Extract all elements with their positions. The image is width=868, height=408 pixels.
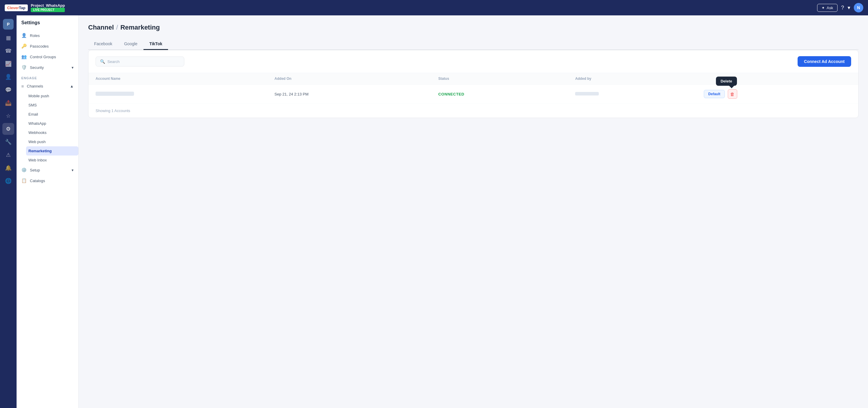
blurred-account-name: [96, 92, 134, 96]
col-added-by: Added by: [568, 73, 697, 84]
main-content: Channel / Remarketing Facebook Google Ti…: [79, 15, 868, 408]
search-input[interactable]: [107, 60, 180, 64]
delete-button[interactable]: Delete 🗑: [728, 89, 737, 99]
rail-tools-icon[interactable]: 🔧: [2, 136, 14, 148]
avatar[interactable]: N: [854, 3, 863, 12]
connect-ad-account-button[interactable]: Connect Ad Account: [798, 56, 851, 67]
sidebar: Settings 👤 Roles 🔑 Passcodes 👥 Control G…: [17, 15, 79, 408]
sidebar-item-setup[interactable]: ⚙️ Setup ▾: [17, 165, 79, 175]
logo-area: CleverTap Project_WhatsApp LIVE PROJECT: [5, 3, 65, 12]
rail-analytics-icon[interactable]: 📈: [2, 58, 14, 70]
rail-project-btn[interactable]: P: [3, 19, 13, 30]
blurred-added-by: [575, 92, 599, 96]
table-body: Sep 21, 24 2:13 PM CONNECTED Default Del…: [89, 84, 858, 104]
breadcrumb: Channel / Remarketing: [88, 24, 859, 31]
rail-messages-icon[interactable]: 💬: [2, 84, 14, 96]
table-row: Sep 21, 24 2:13 PM CONNECTED Default Del…: [89, 84, 858, 104]
catalogs-icon: 📋: [21, 178, 27, 183]
rail-dashboard-icon[interactable]: ▦: [2, 32, 14, 44]
delete-tooltip: Delete: [716, 76, 737, 86]
cell-status: CONNECTED: [431, 84, 568, 104]
sidebar-item-remarketing[interactable]: Remarketing: [26, 146, 79, 156]
default-button[interactable]: Default: [704, 90, 725, 98]
engage-section-label: ENGAGE: [17, 73, 79, 81]
tab-google[interactable]: Google: [118, 38, 143, 50]
clevertap-logo: CleverTap: [5, 4, 28, 11]
topbar: CleverTap Project_WhatsApp LIVE PROJECT …: [0, 0, 868, 15]
sidebar-item-email[interactable]: Email: [28, 110, 79, 119]
rail-bell-icon[interactable]: 🔔: [2, 162, 14, 174]
sidebar-item-security[interactable]: 🛡️ Security ▾: [17, 62, 79, 73]
tab-facebook[interactable]: Facebook: [88, 38, 118, 50]
sidebar-item-catalogs[interactable]: 📋 Catalogs: [17, 175, 79, 186]
sidebar-item-webhooks[interactable]: Webhooks: [28, 128, 79, 137]
rail-starred-icon[interactable]: ☆: [2, 110, 14, 122]
trash-icon: 🗑: [730, 92, 735, 97]
icon-rail: P ▦ ☎ 📈 👤 💬 📤 ☆ ⚙ 🔧 ⚠ 🔔 🌐: [0, 15, 17, 408]
ask-button[interactable]: ✦ Ask: [817, 4, 838, 12]
sidebar-item-sms[interactable]: SMS: [28, 101, 79, 110]
cell-added-on: Sep 21, 24 2:13 PM: [268, 84, 431, 104]
tab-tiktok[interactable]: TikTok: [144, 38, 168, 50]
help-icon[interactable]: ?: [841, 5, 844, 11]
sidebar-item-web-push[interactable]: Web push: [28, 137, 79, 146]
action-cell: Default Delete 🗑: [704, 89, 851, 99]
col-added-on: Added On: [268, 73, 431, 84]
showing-accounts-text: Showing 1 Accounts: [89, 104, 858, 118]
search-icon: 🔍: [100, 59, 105, 64]
rail-users-icon[interactable]: 👤: [2, 71, 14, 83]
security-chevron-icon: ▾: [71, 65, 74, 70]
topbar-right: ✦ Ask ? ▾ N: [817, 3, 863, 12]
project-name: Project_WhatsApp: [31, 3, 65, 8]
status-badge: CONNECTED: [438, 92, 464, 96]
channels-submenu: Mobile push SMS Email WhatsApp Webhooks …: [17, 91, 79, 165]
breadcrumb-parent: Channel: [88, 24, 114, 31]
star-icon: ✦: [822, 6, 825, 10]
cell-added-by: [568, 84, 697, 104]
rail-contacts-icon[interactable]: ☎: [2, 45, 14, 57]
sidebar-item-channels[interactable]: ≡ Channels ▲: [17, 81, 79, 91]
tabs-container: Facebook Google TikTok: [88, 38, 859, 50]
accounts-table: Account Name Added On Status Added by Se…: [89, 73, 858, 104]
cell-actions: Default Delete 🗑: [697, 84, 858, 104]
col-status: Status: [431, 73, 568, 84]
control-groups-icon: 👥: [21, 54, 27, 60]
chevron-down-icon[interactable]: ▾: [847, 4, 850, 11]
rail-warning-icon[interactable]: ⚠: [2, 149, 14, 161]
sidebar-item-web-inbox[interactable]: Web Inbox: [28, 156, 79, 165]
rail-globe-icon[interactable]: 🌐: [2, 175, 14, 187]
sidebar-title: Settings: [17, 20, 79, 30]
card-toolbar: 🔍 Connect Ad Account: [89, 50, 858, 73]
rail-settings-icon[interactable]: ⚙: [2, 123, 14, 135]
col-account-name: Account Name: [89, 73, 268, 84]
channels-chevron-icon: ▲: [70, 84, 74, 89]
setup-chevron-icon: ▾: [71, 168, 74, 172]
security-icon: 🛡️: [21, 65, 27, 70]
breadcrumb-current: Remarketing: [120, 24, 160, 31]
cell-account-name: [89, 84, 268, 104]
sidebar-item-roles[interactable]: 👤 Roles: [17, 30, 79, 41]
sidebar-item-mobile-push[interactable]: Mobile push: [28, 91, 79, 101]
rail-campaigns-icon[interactable]: 📤: [2, 97, 14, 109]
passcodes-icon: 🔑: [21, 43, 27, 49]
breadcrumb-separator: /: [116, 24, 118, 31]
sidebar-item-whatsapp[interactable]: WhatsApp: [28, 119, 79, 128]
roles-icon: 👤: [21, 33, 27, 38]
search-box[interactable]: 🔍: [96, 57, 184, 67]
sidebar-item-control-groups[interactable]: 👥 Control Groups: [17, 52, 79, 62]
sidebar-item-passcodes[interactable]: 🔑 Passcodes: [17, 41, 79, 52]
table-header: Account Name Added On Status Added by: [89, 73, 858, 84]
project-info: Project_WhatsApp LIVE PROJECT: [31, 3, 65, 12]
live-badge: LIVE PROJECT: [31, 8, 65, 12]
setup-icon: ⚙️: [21, 167, 27, 173]
accounts-card: 🔍 Connect Ad Account Account Name Added …: [88, 50, 859, 118]
channels-icon: ≡: [21, 84, 24, 89]
